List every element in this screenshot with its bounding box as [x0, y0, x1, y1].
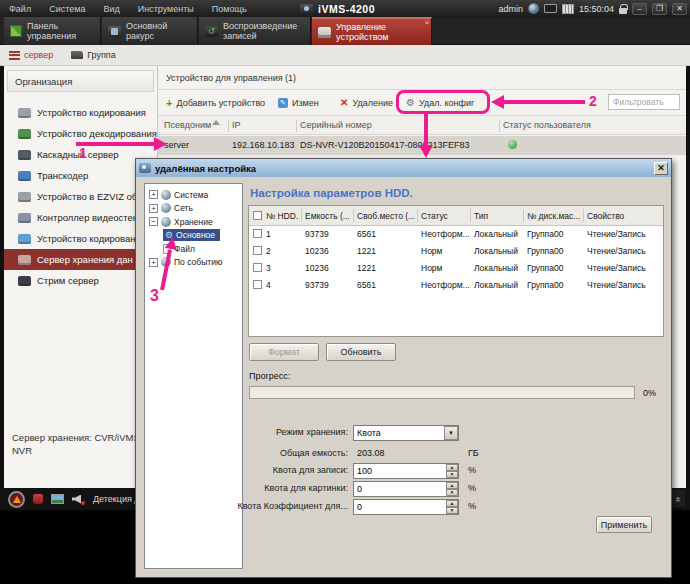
hdd-row-4[interactable]: 4 93739 6561 Неотформ... Локальный Групп…: [249, 277, 663, 294]
alarm-event-icon[interactable]: [33, 494, 43, 504]
expand-plus-icon[interactable]: +: [149, 190, 158, 199]
dialog-body: + Система + Сеть − Хранение ⚙: [136, 177, 671, 577]
progress-percent: 0%: [643, 388, 656, 398]
collapse-minus-icon[interactable]: −: [149, 217, 158, 226]
tab-main-view[interactable]: Основной ракурс: [102, 17, 198, 45]
subtab-server[interactable]: сервер: [6, 48, 62, 62]
device-table-header[interactable]: Псевдоним IP Серийный номер Статус польз…: [158, 115, 686, 135]
sidebar-item-decoding-device[interactable]: Устройство декодирования: [4, 123, 157, 144]
maximize-button[interactable]: ❐: [652, 3, 667, 15]
dialog-close-button[interactable]: ✕: [654, 162, 668, 175]
expand-plus-icon[interactable]: +: [149, 258, 158, 267]
ratio-quota-input[interactable]: [354, 500, 446, 514]
spin-down-icon[interactable]: ▼: [446, 507, 458, 514]
screen: Файл Система Вид Инструменты Помощь iVMS…: [0, 0, 690, 584]
menu-view[interactable]: Вид: [94, 0, 128, 17]
chevron-down-icon[interactable]: ▼: [444, 426, 458, 440]
tab-playback[interactable]: ↺ Воспроизведение записей: [199, 17, 311, 45]
calendar-icon[interactable]: [562, 4, 574, 14]
format-button[interactable]: Формат: [249, 343, 319, 361]
minimize-button[interactable]: –: [632, 3, 647, 15]
col-ip[interactable]: IP: [232, 120, 241, 130]
clock-time: 15:50:04: [579, 4, 614, 14]
record-quota-stepper[interactable]: ▲▼: [446, 464, 458, 478]
hdd-capacity: 10236: [305, 263, 329, 273]
spin-up-icon[interactable]: ▲: [446, 464, 458, 471]
picture-event-icon[interactable]: [51, 494, 64, 504]
spin-up-icon[interactable]: ▲: [446, 482, 458, 489]
picture-quota-field[interactable]: ▲▼: [353, 481, 459, 497]
expand-plus-icon[interactable]: +: [149, 204, 158, 213]
device-toolbar: + Добавить устройство ✎ Измен ✕ Удаление…: [158, 90, 686, 115]
hdd-type: Локальный: [474, 229, 518, 239]
dialog-titlebar[interactable]: удалённая настройка ✕: [136, 159, 671, 177]
row-checkbox[interactable]: [253, 263, 262, 272]
record-quota-input[interactable]: [354, 464, 446, 478]
edit-device-button[interactable]: ✎ Измен: [278, 90, 319, 115]
remote-config-button[interactable]: ⚙ Удал. конфиг: [406, 90, 474, 115]
hdd-row-3[interactable]: 3 10236 1221 Норм Локальный Группа00 Чте…: [249, 260, 663, 277]
percent-unit: %: [468, 501, 476, 511]
menu-help[interactable]: Помощь: [203, 0, 256, 17]
storage-mode-value: Квота: [354, 428, 444, 438]
tree-item-system[interactable]: + Система: [145, 188, 242, 202]
delete-device-button[interactable]: ✕ Удаление: [340, 90, 393, 115]
hdd-row-2[interactable]: 2 10236 1221 Норм Локальный Группа00 Чте…: [249, 243, 663, 260]
row-checkbox[interactable]: [253, 229, 262, 238]
picture-quota-input[interactable]: [354, 482, 446, 496]
tree-item-general[interactable]: ⚙ Основное: [145, 229, 242, 243]
spin-down-icon[interactable]: ▼: [446, 471, 458, 478]
tree-item-network[interactable]: + Сеть: [145, 202, 242, 216]
hdd-row-1[interactable]: 1 93739 6561 Неотформ... Локальный Групп…: [249, 226, 663, 243]
spin-down-icon[interactable]: ▼: [446, 489, 458, 496]
select-all-checkbox[interactable]: [253, 211, 262, 220]
device-row-server[interactable]: server 192.168.10.183 DS-NVR-V120B201504…: [158, 136, 686, 155]
record-quota-field[interactable]: ▲▼: [353, 463, 459, 479]
menu-system[interactable]: Система: [40, 0, 94, 17]
tab-close-icon[interactable]: ×: [425, 19, 429, 26]
tv-wall-icon[interactable]: [544, 4, 557, 13]
hdd-type: Локальный: [474, 246, 518, 256]
sidebar-header: Организация: [7, 70, 154, 92]
total-capacity-label: Общая емкость:: [136, 448, 348, 458]
tab-device-management[interactable]: Управление устройством ×: [312, 17, 432, 45]
tree-item-storage[interactable]: − Хранение: [145, 215, 242, 229]
menu-tools[interactable]: Инструменты: [129, 0, 203, 17]
picture-quota-stepper[interactable]: ▲▼: [446, 482, 458, 496]
apply-button[interactable]: Применить: [596, 516, 652, 533]
expand-alarm-panel-icon[interactable]: «: [671, 490, 685, 507]
sound-muted-icon[interactable]: [72, 494, 85, 505]
sidebar-item-encoding-device[interactable]: Устройство кодирования: [4, 102, 157, 123]
hdd-number: 4: [266, 280, 271, 290]
col-user-status[interactable]: Статус пользователя: [503, 120, 591, 130]
row-checkbox[interactable]: [253, 280, 262, 289]
plus-icon: +: [166, 97, 172, 109]
add-device-button[interactable]: + Добавить устройство: [166, 90, 265, 115]
close-button[interactable]: ✕: [672, 3, 687, 15]
tab-control-panel[interactable]: Панель управления: [4, 17, 101, 45]
tree-item-file[interactable]: Файл: [145, 242, 242, 256]
spin-up-icon[interactable]: ▲: [446, 500, 458, 507]
col-serial[interactable]: Серийный номер: [300, 120, 372, 130]
lock-icon[interactable]: [619, 4, 627, 14]
globe-icon[interactable]: [528, 3, 539, 14]
row-checkbox[interactable]: [253, 246, 262, 255]
subtab-group[interactable]: Группа: [68, 48, 125, 62]
hdd-col-free: Своб.место (...: [357, 211, 415, 221]
storage-mode-select[interactable]: Квота ▼: [353, 425, 459, 441]
hdd-capacity: 93739: [305, 280, 329, 290]
column-separator: [296, 120, 297, 132]
filter-input[interactable]: [608, 94, 680, 110]
hdd-group: Группа00: [527, 280, 563, 290]
alarm-icon[interactable]: [8, 491, 25, 508]
delete-device-label: Удаление: [352, 98, 393, 108]
col-alias[interactable]: Псевдоним: [164, 120, 211, 130]
tree-item-event[interactable]: + По событию: [145, 256, 242, 270]
ratio-quota-field[interactable]: ▲▼: [353, 499, 459, 515]
menu-file[interactable]: Файл: [0, 0, 40, 17]
refresh-button[interactable]: Обновить: [326, 343, 396, 361]
app-title: iVMS-4200: [318, 3, 375, 15]
hdd-col-number: № HDD.: [266, 211, 298, 221]
ratio-quota-stepper[interactable]: ▲▼: [446, 500, 458, 514]
tab-label: Основной ракурс: [126, 21, 191, 41]
